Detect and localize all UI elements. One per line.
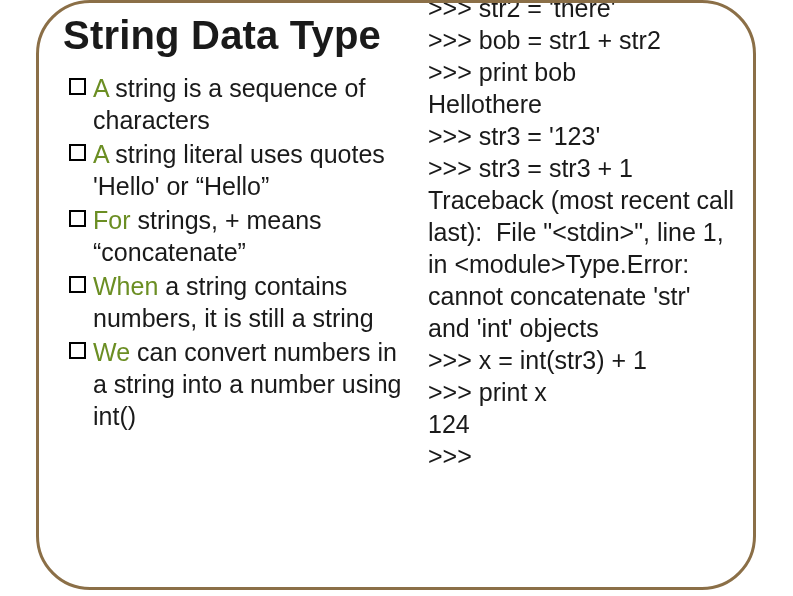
list-item: For strings, + means “concatenate” (63, 204, 416, 268)
left-column: A string is a sequence of characters A s… (63, 72, 416, 472)
checkbox-icon (69, 342, 86, 359)
checkbox-icon (69, 144, 86, 161)
bullet-text: can convert numbers in a string into a n… (93, 338, 402, 430)
bullet-lead: When (93, 272, 158, 300)
bullet-lead: A (93, 74, 108, 102)
bullet-lead: A (93, 140, 108, 168)
checkbox-icon (69, 78, 86, 95)
list-item: A string literal uses quotes 'Hello' or … (63, 138, 416, 202)
slide-columns: A string is a sequence of characters A s… (63, 72, 729, 472)
list-item: When a string contains numbers, it is st… (63, 270, 416, 334)
list-item: A string is a sequence of characters (63, 72, 416, 136)
checkbox-icon (69, 210, 86, 227)
bullet-lead: We (93, 338, 130, 366)
bullet-lead: For (93, 206, 131, 234)
bullet-text: string literal uses quotes 'Hello' or “H… (93, 140, 385, 200)
right-column: >>> str1 = "Hello” >>> str2 = 'there' >>… (428, 72, 738, 472)
checkbox-icon (69, 276, 86, 293)
bullet-list: A string is a sequence of characters A s… (63, 72, 416, 432)
code-example: >>> str1 = "Hello” >>> str2 = 'there' >>… (428, 0, 738, 472)
bullet-text: string is a sequence of characters (93, 74, 365, 134)
slide-frame: String Data Type A string is a sequence … (36, 0, 756, 590)
list-item: We can convert numbers in a string into … (63, 336, 416, 432)
